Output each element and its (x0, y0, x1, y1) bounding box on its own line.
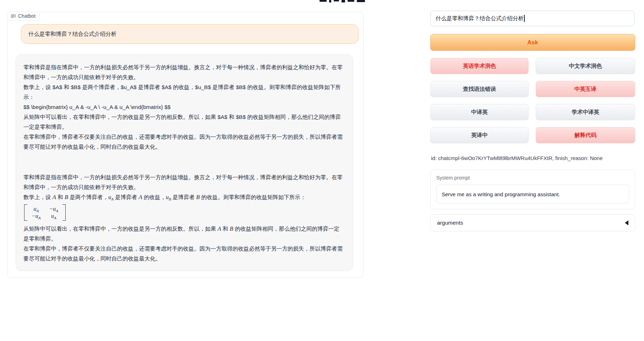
bot-rendered-paragraph: 从矩阵中可以看出，在零和博弈中，一方的收益是另一方的相反数。所以，如果 A 和 … (23, 224, 344, 244)
question-input-text: 什么是零和博弈？结合公式介绍分析 (436, 15, 524, 22)
chat-messages[interactable]: 什么是零和博弈？结合公式介绍分析 零和博弈是指在博弈中，一方的利益损失必然等于另… (16, 24, 359, 274)
quick-button-en-to-zh[interactable]: 英译中 (430, 127, 529, 143)
arguments-accordion[interactable]: arguments (430, 214, 635, 231)
arguments-accordion-label: arguments (437, 220, 463, 226)
title-fragment (348, 0, 354, 2)
quick-button-chinese-academic-polish[interactable]: 中文学术润色 (536, 58, 635, 74)
speech-bubble-icon (11, 13, 16, 19)
bot-message-rendered: 零和博弈是指在博弈中，一方的利益损失必然等于另一方的利益增益。换言之，对于每一种… (23, 172, 344, 264)
text-cursor (524, 15, 525, 22)
user-message-text: 什么是零和博弈？结合公式介绍分析 (28, 31, 116, 37)
bot-rendered-paragraph: 在零和博弈中，博弈者不仅要关注自己的收益，还需要考虑对手的收益。因为一方取得的收… (23, 244, 344, 264)
payoff-matrix: uA−uA−uAuA (24, 204, 66, 221)
title-fragment (342, 0, 345, 2)
chatbot-label: Chatbot (7, 12, 40, 21)
bot-rendered-paragraph: 零和博弈是指在博弈中，一方的利益损失必然等于另一方的利益增益。换言之，对于每一种… (23, 172, 344, 192)
chatbot-panel: Chatbot 什么是零和博弈？结合公式介绍分析 零和博弈是指在博弈中，一方的利… (7, 12, 364, 278)
quick-button-zh-en-mutual-translation[interactable]: 中英互译 (536, 81, 635, 97)
bot-message-raw-latex: 零和博弈是指在博弈中，一方的利益损失必然等于另一方的利益增益。换言之，对于每一种… (23, 62, 344, 152)
quick-button-english-academic-polish[interactable]: 英语学术润色 (430, 58, 529, 74)
system-prompt-input[interactable]: Serve me as a writing and programming as… (436, 185, 629, 204)
system-prompt-label: System prompt (436, 175, 629, 181)
clipped-page-title (320, 0, 366, 3)
completion-status-line: id: chatcmpl-6wOo7KrYTwMl89lbrMWRu4UkFFX… (431, 155, 603, 161)
quick-button-find-grammar-errors[interactable]: 查找语法错误 (430, 81, 529, 97)
title-fragment (357, 0, 365, 2)
system-prompt-group: System prompt Serve me as a writing and … (430, 170, 635, 209)
quick-button-zh-to-en[interactable]: 中译英 (430, 104, 529, 120)
quick-button-academic-zh-to-en[interactable]: 学术中译英 (536, 104, 635, 120)
question-input[interactable]: 什么是零和博弈？结合公式介绍分析 (430, 11, 634, 26)
user-message: 什么是零和博弈？结合公式介绍分析 (21, 24, 359, 44)
system-prompt-value: Serve me as a writing and programming as… (442, 191, 560, 197)
ask-button[interactable]: Ask (430, 34, 635, 51)
control-column: 什么是零和博弈？结合公式介绍分析 Ask 英语学术润色中文学术润色查找语法错误中… (430, 0, 635, 341)
chatbot-label-text: Chatbot (18, 13, 36, 19)
title-fragment (329, 0, 331, 2)
collapse-left-arrow-icon (625, 220, 628, 225)
quick-button-explain-code[interactable]: 解释代码 (536, 127, 635, 143)
bot-message: 零和博弈是指在博弈中，一方的利益损失必然等于另一方的利益增益。换言之，对于每一种… (16, 54, 353, 271)
quick-buttons: 英语学术润色中文学术润色查找语法错误中英互译中译英学术中译英英译中解释代码 (430, 58, 635, 143)
bot-rendered-paragraph: 数学上，设 A 和 B 是两个博弈者，uA 是博弈者 A 的收益，uB 是博弈者… (23, 192, 344, 202)
title-fragment (334, 0, 339, 1)
title-fragment (320, 0, 327, 2)
